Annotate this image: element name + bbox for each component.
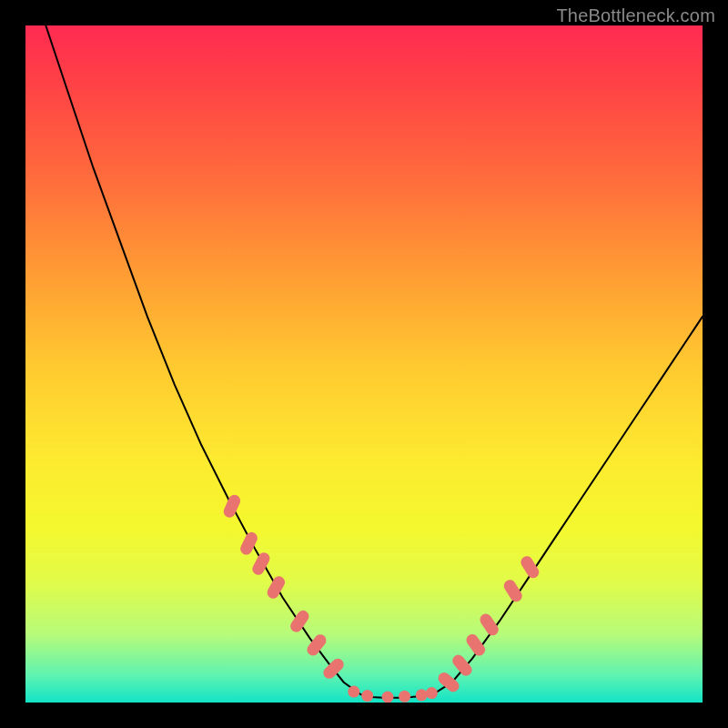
marker-dash — [321, 656, 347, 681]
marker-dash — [450, 652, 475, 678]
marker-dot — [348, 686, 359, 698]
bottleneck-curve — [46, 25, 703, 698]
marker-dash — [222, 493, 242, 520]
chart-plot-area — [25, 25, 703, 703]
marker-dash — [265, 574, 287, 601]
marker-dash — [464, 632, 488, 658]
marker-dot — [416, 689, 428, 701]
marker-dot — [426, 687, 438, 699]
marker-dot — [382, 692, 394, 703]
marker-dot — [399, 691, 410, 703]
watermark-text: TheBottleneck.com — [556, 5, 715, 26]
marker-dash — [519, 554, 541, 581]
marker-dot — [361, 690, 373, 702]
chart-svg — [25, 25, 703, 703]
